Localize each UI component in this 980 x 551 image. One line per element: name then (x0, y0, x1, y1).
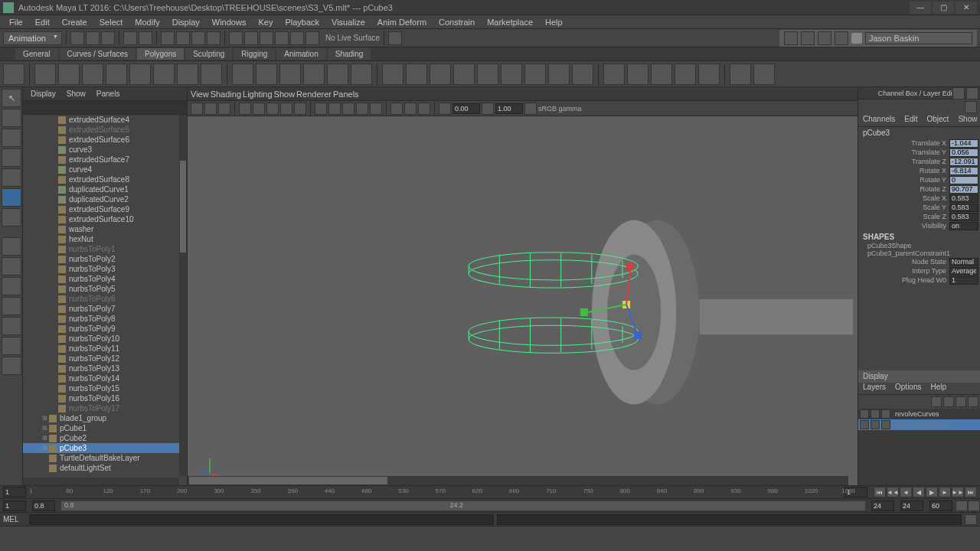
vp-exposure-icon[interactable] (439, 103, 451, 115)
outliner-item[interactable]: nurbsToPoly14 (23, 373, 187, 383)
outliner-item[interactable]: nurbsToPoly3 (23, 264, 187, 274)
vp-film-gate-icon[interactable] (266, 103, 279, 115)
poly-sphere-icon[interactable] (34, 64, 56, 85)
lasso-mode-icon[interactable] (176, 31, 190, 45)
object-name[interactable]: pCube3 (858, 127, 980, 139)
dock-icon[interactable] (952, 87, 965, 99)
snap-surface-icon[interactable] (290, 31, 304, 45)
maximize-button[interactable]: ▢ (933, 2, 954, 14)
layout-two-v-icon[interactable] (2, 297, 21, 315)
layer-vis-toggle[interactable] (860, 409, 869, 419)
select-mode-icon[interactable] (161, 31, 175, 45)
crease-icon[interactable] (572, 64, 593, 85)
prefs-button[interactable] (968, 500, 980, 511)
range-track[interactable]: 0.8 24.2 (61, 501, 865, 510)
layout-two-h-icon[interactable] (2, 277, 21, 295)
menu-help[interactable]: Help (539, 18, 569, 27)
outliner-item[interactable]: nurbsToPoly4 (23, 274, 187, 284)
viewport-canvas[interactable]: persp (188, 116, 858, 485)
new-scene-icon[interactable] (70, 31, 84, 45)
layer-vis-toggle[interactable] (860, 420, 869, 429)
outliner-item[interactable]: nurbsToPoly2 (23, 254, 187, 264)
layer-row[interactable]: revolvedSurfaces (858, 419, 980, 430)
time-ruler[interactable]: 1801201702603003503904404805305706206607… (29, 486, 841, 498)
shelf-tab-shading[interactable]: Shading (328, 48, 371, 60)
cb-tab-object[interactable]: Object (923, 115, 954, 126)
bevel-icon[interactable] (430, 64, 451, 85)
exposure-field[interactable] (452, 103, 480, 114)
outliner-item[interactable]: extrudedSurface7 (23, 155, 187, 165)
vp-lights-icon[interactable] (356, 103, 368, 115)
shelf-tab-rigging[interactable]: Rigging (234, 48, 275, 60)
vp-image-plane-icon[interactable] (218, 103, 230, 115)
layer-tab-layers[interactable]: Layers (858, 383, 890, 394)
save-scene-icon[interactable] (101, 31, 115, 45)
insert-loop-icon[interactable] (524, 64, 546, 85)
outliner-item[interactable]: nurbsToPoly5 (23, 284, 187, 294)
attr-value-field[interactable] (949, 185, 978, 194)
boolean-intersect-icon[interactable] (351, 64, 372, 85)
layout-icon-1[interactable] (784, 31, 798, 45)
undo-icon[interactable] (123, 31, 137, 45)
outliner-item[interactable]: extrudedSurface9 (23, 204, 187, 214)
outliner-item[interactable]: extrudedSurface6 (23, 135, 187, 145)
attr-value-field[interactable] (949, 194, 978, 203)
outliner-item[interactable]: nurbsToPoly17 (23, 403, 187, 413)
vp-menu-renderer[interactable]: Renderer (296, 90, 332, 99)
layer-type-toggle[interactable] (871, 409, 880, 419)
poly-torus-icon[interactable] (129, 64, 151, 85)
go-start-button[interactable]: ⏮ (874, 487, 886, 497)
fps-a-field[interactable] (900, 500, 923, 511)
layer-new-icon[interactable] (931, 396, 942, 407)
outliner-item[interactable]: nurbsToPoly6 (23, 294, 187, 304)
menu-display[interactable]: Display (166, 18, 206, 27)
cb-tab-show[interactable]: Show (953, 115, 980, 126)
layer-tab-options[interactable]: Options (890, 383, 926, 394)
user-account[interactable]: Jason Baskin (779, 30, 977, 47)
outliner-item[interactable]: duplicatedCurve1 (23, 184, 187, 194)
quad-draw-icon[interactable] (651, 64, 672, 85)
scrollbar-thumb[interactable] (189, 477, 387, 484)
shelf-tab-animation[interactable]: Animation (276, 48, 325, 60)
range-slider[interactable]: 0.8 24.2 (0, 499, 980, 513)
redo-icon[interactable] (139, 31, 152, 45)
auto-key-button[interactable] (956, 500, 968, 511)
snap-plane-icon[interactable] (275, 31, 289, 45)
attr-value-field[interactable] (949, 222, 978, 230)
layout-hypershade-icon[interactable] (2, 337, 21, 355)
multicut-icon[interactable] (453, 64, 475, 85)
uv-icon[interactable] (753, 64, 775, 85)
last-tool-icon[interactable] (2, 188, 21, 207)
shelf-tab-general[interactable]: General (15, 48, 58, 60)
cb-icon[interactable] (965, 101, 977, 113)
layout-persp-outliner-icon[interactable] (2, 317, 21, 335)
attr-value-field[interactable] (949, 167, 978, 175)
cb-tab-edit[interactable]: Edit (900, 115, 922, 126)
slide-edge-icon[interactable] (698, 64, 720, 85)
vp-safe-icon[interactable] (280, 103, 292, 115)
outliner-item[interactable]: ⊞pCube1 (23, 423, 187, 433)
open-scene-icon[interactable] (86, 31, 100, 45)
vp-textured-icon[interactable] (342, 103, 354, 115)
vp-gamma-icon[interactable] (482, 103, 494, 115)
menu-playback[interactable]: Playback (279, 18, 325, 27)
outliner-item[interactable]: curve3 (23, 145, 187, 155)
rotate-tool-icon[interactable] (2, 148, 21, 167)
vp-xray-icon[interactable] (404, 103, 416, 115)
cmd-language-label[interactable]: MEL (3, 515, 26, 523)
outliner-item[interactable]: extrudedSurface10 (23, 214, 187, 224)
fps-b-field[interactable] (929, 500, 952, 511)
step-forward-button[interactable]: ► (939, 487, 951, 497)
outliner-scrollbar[interactable] (179, 115, 187, 476)
outliner-item[interactable]: ⊞blade1_group (23, 413, 187, 423)
shelf-tab-sculpting[interactable]: Sculpting (185, 48, 232, 60)
outliner-item[interactable]: nurbsToPoly15 (23, 383, 187, 393)
cb-tab-channels[interactable]: Channels (858, 115, 900, 126)
layout-icon-2[interactable] (801, 31, 815, 45)
layout-custom-icon[interactable] (2, 357, 21, 375)
outliner-item[interactable]: nurbsToPoly8 (23, 314, 187, 324)
snap-point-icon[interactable] (260, 31, 273, 45)
outliner-search[interactable] (23, 101, 187, 115)
play-forward-button[interactable]: ▶ (926, 487, 938, 497)
outliner-item[interactable]: nurbsToPoly7 (23, 304, 187, 314)
